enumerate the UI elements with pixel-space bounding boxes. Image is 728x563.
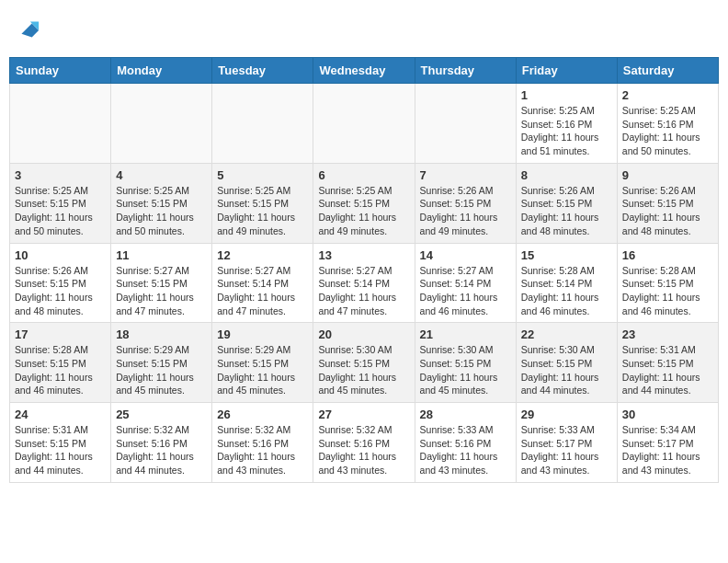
calendar-day-cell: 18Sunrise: 5:29 AM Sunset: 5:15 PM Dayli… (111, 323, 212, 403)
calendar-day-cell (111, 84, 212, 164)
calendar-day-cell: 4Sunrise: 5:25 AM Sunset: 5:15 PM Daylig… (111, 163, 212, 243)
day-number: 8 (521, 168, 612, 182)
calendar-day-cell: 8Sunrise: 5:26 AM Sunset: 5:15 PM Daylig… (516, 163, 617, 243)
day-info: Sunrise: 5:27 AM Sunset: 5:15 PM Dayligh… (116, 264, 207, 318)
day-info: Sunrise: 5:33 AM Sunset: 5:17 PM Dayligh… (521, 423, 612, 477)
calendar-day-cell: 25Sunrise: 5:32 AM Sunset: 5:16 PM Dayli… (111, 403, 212, 483)
day-info: Sunrise: 5:28 AM Sunset: 5:15 PM Dayligh… (15, 343, 106, 397)
calendar-week-row: 1Sunrise: 5:25 AM Sunset: 5:16 PM Daylig… (10, 84, 719, 164)
day-number: 10 (15, 248, 106, 262)
day-number: 25 (116, 408, 207, 421)
weekday-header: Saturday (617, 58, 718, 84)
day-number: 30 (622, 408, 713, 421)
calendar-day-cell: 19Sunrise: 5:29 AM Sunset: 5:15 PM Dayli… (212, 323, 313, 403)
day-number: 27 (318, 408, 409, 421)
day-number: 3 (15, 168, 106, 182)
day-number: 14 (420, 248, 511, 262)
day-number: 22 (521, 327, 612, 341)
day-number: 29 (521, 408, 612, 421)
day-info: Sunrise: 5:32 AM Sunset: 5:16 PM Dayligh… (116, 423, 207, 477)
calendar-day-cell (415, 84, 516, 164)
day-info: Sunrise: 5:29 AM Sunset: 5:15 PM Dayligh… (217, 343, 308, 397)
day-info: Sunrise: 5:26 AM Sunset: 5:15 PM Dayligh… (15, 264, 106, 318)
day-info: Sunrise: 5:26 AM Sunset: 5:15 PM Dayligh… (420, 184, 511, 238)
day-info: Sunrise: 5:32 AM Sunset: 5:16 PM Dayligh… (217, 423, 308, 477)
day-number: 9 (622, 168, 713, 182)
calendar-day-cell: 12Sunrise: 5:27 AM Sunset: 5:14 PM Dayli… (212, 243, 313, 323)
day-number: 17 (15, 327, 106, 341)
calendar-day-cell: 13Sunrise: 5:27 AM Sunset: 5:14 PM Dayli… (313, 243, 415, 323)
calendar-day-cell: 3Sunrise: 5:25 AM Sunset: 5:15 PM Daylig… (10, 163, 111, 243)
logo-icon (15, 17, 40, 42)
day-number: 7 (420, 168, 511, 182)
day-info: Sunrise: 5:25 AM Sunset: 5:15 PM Dayligh… (15, 184, 106, 238)
day-number: 24 (15, 408, 106, 421)
day-number: 19 (217, 327, 308, 341)
calendar-day-cell (212, 84, 313, 164)
day-number: 16 (622, 248, 713, 262)
day-number: 20 (318, 327, 409, 341)
calendar-day-cell (10, 84, 111, 164)
day-number: 12 (217, 248, 308, 262)
calendar-day-cell: 9Sunrise: 5:26 AM Sunset: 5:15 PM Daylig… (617, 163, 718, 243)
weekday-header: Wednesday (313, 58, 415, 84)
day-number: 28 (420, 408, 511, 421)
calendar-day-cell: 7Sunrise: 5:26 AM Sunset: 5:15 PM Daylig… (415, 163, 516, 243)
weekday-header: Tuesday (212, 58, 313, 84)
day-info: Sunrise: 5:30 AM Sunset: 5:15 PM Dayligh… (318, 343, 409, 397)
day-number: 1 (521, 88, 612, 102)
day-info: Sunrise: 5:33 AM Sunset: 5:16 PM Dayligh… (420, 423, 511, 477)
day-info: Sunrise: 5:29 AM Sunset: 5:15 PM Dayligh… (116, 343, 207, 397)
calendar-day-cell: 17Sunrise: 5:28 AM Sunset: 5:15 PM Dayli… (10, 323, 111, 403)
day-number: 18 (116, 327, 207, 341)
calendar-body: 1Sunrise: 5:25 AM Sunset: 5:16 PM Daylig… (10, 84, 719, 483)
calendar-day-cell: 14Sunrise: 5:27 AM Sunset: 5:14 PM Dayli… (415, 243, 516, 323)
day-info: Sunrise: 5:30 AM Sunset: 5:15 PM Dayligh… (420, 343, 511, 397)
day-info: Sunrise: 5:25 AM Sunset: 5:15 PM Dayligh… (217, 184, 308, 238)
calendar-day-cell: 2Sunrise: 5:25 AM Sunset: 5:16 PM Daylig… (617, 84, 718, 164)
day-number: 11 (116, 248, 207, 262)
day-number: 13 (318, 248, 409, 262)
calendar-day-cell: 1Sunrise: 5:25 AM Sunset: 5:16 PM Daylig… (516, 84, 617, 164)
day-number: 23 (622, 327, 713, 341)
day-info: Sunrise: 5:27 AM Sunset: 5:14 PM Dayligh… (318, 264, 409, 318)
calendar-week-row: 3Sunrise: 5:25 AM Sunset: 5:15 PM Daylig… (10, 163, 719, 243)
day-info: Sunrise: 5:30 AM Sunset: 5:15 PM Dayligh… (521, 343, 612, 397)
day-info: Sunrise: 5:25 AM Sunset: 5:15 PM Dayligh… (318, 184, 409, 238)
calendar-day-cell: 28Sunrise: 5:33 AM Sunset: 5:16 PM Dayli… (415, 403, 516, 483)
calendar-day-cell: 5Sunrise: 5:25 AM Sunset: 5:15 PM Daylig… (212, 163, 313, 243)
calendar-table: SundayMondayTuesdayWednesdayThursdayFrid… (9, 57, 719, 483)
calendar-day-cell: 11Sunrise: 5:27 AM Sunset: 5:15 PM Dayli… (111, 243, 212, 323)
calendar-week-row: 24Sunrise: 5:31 AM Sunset: 5:15 PM Dayli… (10, 403, 719, 483)
day-info: Sunrise: 5:32 AM Sunset: 5:16 PM Dayligh… (318, 423, 409, 477)
day-info: Sunrise: 5:26 AM Sunset: 5:15 PM Dayligh… (622, 184, 713, 238)
weekday-row: SundayMondayTuesdayWednesdayThursdayFrid… (10, 58, 719, 84)
weekday-header: Friday (516, 58, 617, 84)
day-info: Sunrise: 5:31 AM Sunset: 5:15 PM Dayligh… (15, 423, 106, 477)
day-info: Sunrise: 5:28 AM Sunset: 5:15 PM Dayligh… (622, 264, 713, 318)
day-info: Sunrise: 5:31 AM Sunset: 5:15 PM Dayligh… (622, 343, 713, 397)
calendar-day-cell: 27Sunrise: 5:32 AM Sunset: 5:16 PM Dayli… (313, 403, 415, 483)
weekday-header: Sunday (10, 58, 111, 84)
calendar-day-cell: 6Sunrise: 5:25 AM Sunset: 5:15 PM Daylig… (313, 163, 415, 243)
day-info: Sunrise: 5:25 AM Sunset: 5:15 PM Dayligh… (116, 184, 207, 238)
day-info: Sunrise: 5:34 AM Sunset: 5:17 PM Dayligh… (622, 423, 713, 477)
calendar-day-cell: 22Sunrise: 5:30 AM Sunset: 5:15 PM Dayli… (516, 323, 617, 403)
day-info: Sunrise: 5:25 AM Sunset: 5:16 PM Dayligh… (622, 104, 713, 158)
logo (13, 17, 40, 42)
calendar-day-cell: 24Sunrise: 5:31 AM Sunset: 5:15 PM Dayli… (10, 403, 111, 483)
day-number: 15 (521, 248, 612, 262)
calendar-day-cell: 15Sunrise: 5:28 AM Sunset: 5:14 PM Dayli… (516, 243, 617, 323)
calendar-header: SundayMondayTuesdayWednesdayThursdayFrid… (10, 58, 719, 84)
day-number: 2 (622, 88, 713, 102)
day-info: Sunrise: 5:28 AM Sunset: 5:14 PM Dayligh… (521, 264, 612, 318)
calendar-week-row: 17Sunrise: 5:28 AM Sunset: 5:15 PM Dayli… (10, 323, 719, 403)
calendar-day-cell: 21Sunrise: 5:30 AM Sunset: 5:15 PM Dayli… (415, 323, 516, 403)
calendar-day-cell (313, 84, 415, 164)
weekday-header: Monday (111, 58, 212, 84)
day-number: 5 (217, 168, 308, 182)
calendar-day-cell: 23Sunrise: 5:31 AM Sunset: 5:15 PM Dayli… (617, 323, 718, 403)
day-info: Sunrise: 5:25 AM Sunset: 5:16 PM Dayligh… (521, 104, 612, 158)
calendar-day-cell: 29Sunrise: 5:33 AM Sunset: 5:17 PM Dayli… (516, 403, 617, 483)
day-info: Sunrise: 5:26 AM Sunset: 5:15 PM Dayligh… (521, 184, 612, 238)
